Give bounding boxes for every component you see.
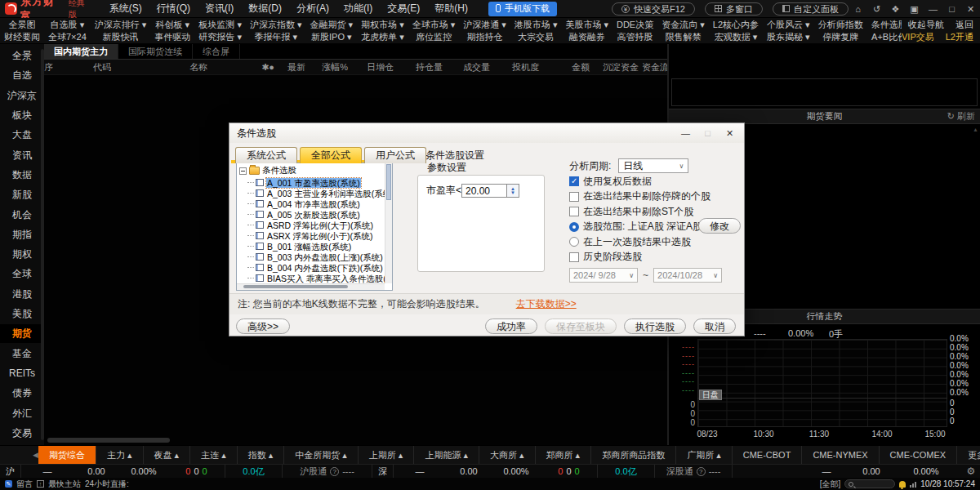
- help-icon[interactable]: ?: [697, 467, 706, 476]
- formula-tree-item[interactable]: BIAS买入 乖离率买入条件选股(系统): [237, 273, 385, 283]
- quick-trade-button[interactable]: ¥快速交易F12: [612, 2, 695, 16]
- sidebar-item[interactable]: 数据: [0, 166, 44, 185]
- formula-tab[interactable]: 全部公式: [300, 147, 362, 163]
- nav-item-bottom[interactable]: 龙虎榜单 ▾: [357, 31, 408, 43]
- menu-item[interactable]: 数据(D): [241, 2, 289, 16]
- sidebar-item[interactable]: 全景: [0, 47, 44, 65]
- exchange-tab[interactable]: 郑商所商品指数: [591, 446, 676, 464]
- sidebar-item[interactable]: 沪深京: [0, 87, 44, 105]
- exchange-tab[interactable]: 上期能源 ▴: [414, 446, 479, 464]
- nav-item-top[interactable]: 全球市场 ▾: [408, 19, 460, 31]
- sz-connect-quota[interactable]: 深股通?----: [655, 465, 733, 478]
- nav-item-top[interactable]: 沪深京排行 ▾: [91, 19, 151, 31]
- exchange-tab[interactable]: 期货综合: [38, 446, 96, 464]
- exchange-tab[interactable]: CME-COMEX: [880, 446, 957, 464]
- home-icon[interactable]: ⌂: [849, 1, 867, 17]
- nav-item-bottom[interactable]: 限售解禁: [657, 31, 709, 43]
- table-column-header[interactable]: 沉淀资金: [593, 61, 642, 74]
- option-control[interactable]: [569, 222, 579, 232]
- option-control[interactable]: [569, 237, 579, 247]
- option-control[interactable]: [569, 192, 579, 202]
- nav-item-bottom[interactable]: 财经要闻: [0, 31, 44, 43]
- nav-item-top[interactable]: 科创板 ▾: [150, 19, 194, 31]
- picker-option-row[interactable]: 历史阶段选股: [569, 250, 742, 265]
- nav-item-bottom[interactable]: 研究报告 ▾: [194, 31, 246, 43]
- date-from-input[interactable]: 2024/ 9/28∨: [569, 268, 638, 283]
- nav-item-top[interactable]: 全景图: [0, 19, 44, 31]
- formula-tree-item[interactable]: A_001 市盈率选股(系统): [237, 177, 385, 188]
- menu-item[interactable]: 分析(A): [289, 2, 336, 16]
- tabs-scroll-left-icon[interactable]: ◀: [33, 446, 38, 464]
- custom-panel-button[interactable]: 自定义面板: [773, 2, 849, 16]
- nav-item-bottom[interactable]: 宏观数据 ▾: [709, 31, 763, 43]
- nav-item-top[interactable]: L2核心内参: [709, 19, 763, 31]
- exchange-tab[interactable]: 夜盘 ▴: [144, 446, 191, 464]
- sidebar-item[interactable]: 自选: [0, 66, 44, 85]
- menu-item[interactable]: 系统(S): [102, 2, 149, 16]
- fastest-site-link[interactable]: 最快主站: [48, 479, 81, 490]
- menu-item[interactable]: 行情(Q): [149, 2, 198, 16]
- gear-icon[interactable]: ⚙: [962, 466, 980, 477]
- tree-vertical-scrollbar[interactable]: [385, 163, 392, 283]
- sidebar-item[interactable]: 机会: [0, 206, 44, 225]
- sidebar-item[interactable]: 期货: [0, 324, 44, 343]
- formula-tree-item[interactable]: B_001 涨幅选股(系统): [237, 241, 385, 252]
- sh-exchange-label[interactable]: 沪: [0, 465, 21, 478]
- formula-tree-item[interactable]: ASRD 浮筹比例(大于)(系统): [237, 220, 385, 230]
- exchange-tab[interactable]: 指数 ▴: [238, 446, 285, 464]
- sidebar-item[interactable]: REITs: [0, 364, 44, 383]
- exchange-tab[interactable]: 中金所期货 ▴: [284, 446, 359, 464]
- close-button[interactable]: ✕: [961, 1, 980, 17]
- help-icon[interactable]: ?: [330, 467, 339, 476]
- nav-item-bottom[interactable]: 季报年报 ▾: [246, 31, 306, 43]
- exchange-tab[interactable]: CME-CBOT: [733, 446, 803, 464]
- nav-item-top[interactable]: 美股市场 ▾: [561, 19, 612, 31]
- table-column-header[interactable]: 投机度: [493, 61, 542, 74]
- formula-tree[interactable]: 条件选股 A_001 市盈率选股(系统) A_003 主营业务利润率选股(系统)…: [236, 163, 393, 291]
- nav-item-bottom[interactable]: 高管持股: [612, 31, 657, 43]
- sidebar-item[interactable]: 板块: [0, 106, 44, 125]
- search-input[interactable]: [844, 479, 895, 488]
- download-data-link[interactable]: 去下载数据>>: [516, 297, 577, 311]
- option-control[interactable]: [569, 176, 579, 186]
- exchange-tab[interactable]: 大商所 ▴: [479, 446, 536, 464]
- formula-tree-item[interactable]: A_005 次新股选股(系统): [237, 209, 385, 220]
- mobile-download-button[interactable]: 手机版下载: [488, 2, 557, 16]
- table-column-header[interactable]: 持仓量: [397, 61, 446, 74]
- table-column-header[interactable]: 金额: [542, 61, 593, 74]
- sidebar-item[interactable]: 资讯: [0, 146, 44, 165]
- maximize-button[interactable]: □: [942, 1, 961, 17]
- tree-horizontal-scrollbar[interactable]: [237, 283, 385, 290]
- table-column-header[interactable]: 最新: [278, 61, 309, 74]
- nav-item-top[interactable]: 期权市场 ▾: [357, 19, 408, 31]
- nav-item-top[interactable]: 港股市场 ▾: [510, 19, 562, 31]
- formula-tab[interactable]: 系统公式: [235, 147, 297, 163]
- exchange-tab[interactable]: 郑商所 ▴: [536, 446, 592, 464]
- advanced-button[interactable]: 高级>>: [236, 318, 290, 334]
- pe-ratio-input[interactable]: 20.00: [461, 184, 507, 198]
- exchange-tab[interactable]: 更多: [957, 446, 980, 464]
- menu-item[interactable]: 功能(I): [336, 2, 380, 16]
- back-button[interactable]: 返回: [956, 19, 973, 31]
- picker-option-row[interactable]: 使用复权后数据: [569, 174, 742, 189]
- table-horizontal-scrollbar[interactable]: [47, 438, 170, 443]
- collapse-expander-icon[interactable]: [239, 167, 247, 175]
- nav-item-top[interactable]: 条件选股: [867, 19, 902, 31]
- nav-item-top[interactable]: 沪深港通 ▾: [459, 19, 510, 31]
- table-column-header[interactable]: 代码: [78, 61, 175, 74]
- table-column-header[interactable]: 日增仓: [351, 61, 397, 74]
- nav-item-bottom[interactable]: 全球7×24: [44, 31, 91, 43]
- live-label[interactable]: 24小时直播:: [85, 479, 129, 490]
- exchange-tab[interactable]: CME-NYMEX: [802, 446, 879, 464]
- sidebar-item[interactable]: 外汇: [0, 404, 44, 423]
- sidebar-item[interactable]: 全球: [0, 265, 44, 283]
- news-scrollbar-up-icon[interactable]: ▲: [973, 127, 978, 132]
- sidebar-item[interactable]: 期指: [0, 225, 44, 244]
- table-column-header[interactable]: 资金流向: [642, 61, 667, 74]
- multiscreen-icon[interactable]: ▣: [905, 1, 924, 17]
- nav-item-bottom[interactable]: A+B比价: [867, 31, 902, 43]
- formula-tab[interactable]: 用户公式: [364, 147, 426, 163]
- minimize-button[interactable]: —: [924, 1, 942, 17]
- nav-item-bottom[interactable]: 融资融券: [561, 31, 612, 43]
- nav-item-top[interactable]: 分析师指数: [814, 19, 867, 31]
